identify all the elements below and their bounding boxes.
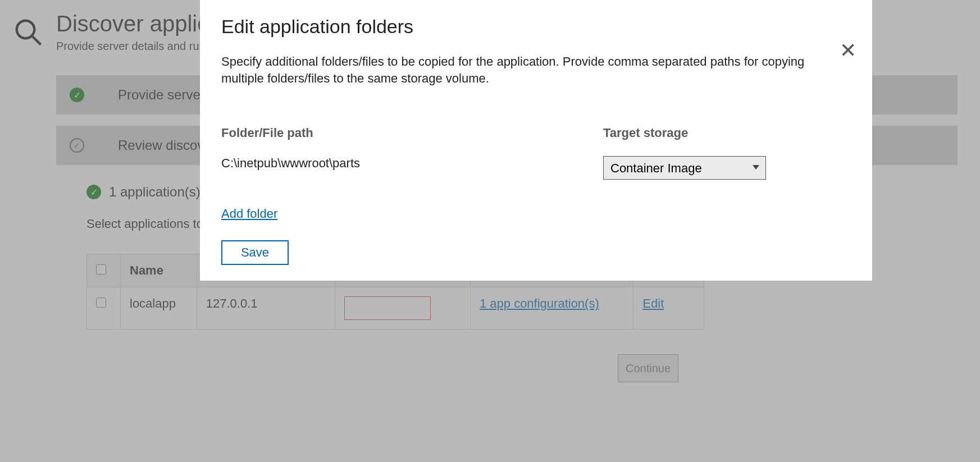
folder-path-header: Folder/File path: [221, 126, 603, 140]
add-folder-link[interactable]: Add folder: [221, 207, 277, 221]
modal-description: Specify additional folders/files to be c…: [221, 53, 817, 86]
target-storage-select[interactable]: Container Image: [603, 156, 766, 180]
target-storage-header: Target storage: [603, 126, 851, 140]
target-storage-select-wrap: Container Image: [603, 156, 766, 180]
edit-application-folders-modal: Edit application folders ✕ Specify addit…: [200, 0, 872, 281]
close-icon[interactable]: ✕: [840, 40, 856, 61]
save-button[interactable]: Save: [221, 240, 289, 265]
folder-path-value: C:\inetpub\wwwroot\parts: [221, 156, 603, 171]
modal-title: Edit application folders: [221, 16, 851, 38]
